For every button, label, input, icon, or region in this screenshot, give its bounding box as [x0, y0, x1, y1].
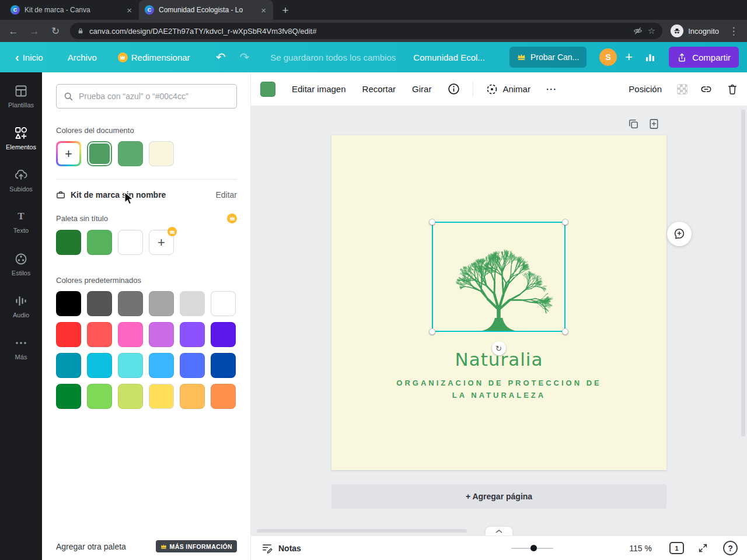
default-color-swatch[interactable]	[149, 322, 174, 347]
more-options-icon[interactable]: ⋯	[546, 82, 557, 96]
default-color-swatch[interactable]	[211, 353, 236, 378]
sidebar-item-estilos[interactable]: Estilos	[0, 243, 42, 285]
palette-color-swatch[interactable]	[87, 230, 112, 255]
sidebar-item-texto[interactable]: T Texto	[0, 201, 42, 243]
default-color-swatch[interactable]	[56, 353, 81, 378]
trash-icon[interactable]	[727, 83, 738, 95]
logo-title-text[interactable]: Naturalia	[331, 349, 666, 370]
page-indicator[interactable]: 1	[669, 542, 684, 554]
default-color-swatch[interactable]	[118, 322, 143, 347]
design-page[interactable]: ↻ Naturalia ORGANIZACION DE PROTECCION D…	[331, 135, 666, 470]
redo-icon[interactable]: ↷	[239, 51, 249, 63]
resize-handle[interactable]	[429, 219, 435, 225]
sidebar-item-plantillas[interactable]: Plantillas	[0, 75, 42, 117]
reload-icon[interactable]: ↻	[49, 26, 62, 36]
zoom-slider[interactable]	[511, 548, 553, 549]
sidebar-item-elementos[interactable]: Elementos	[0, 117, 42, 159]
notes-button[interactable]: Notas	[261, 542, 301, 554]
sidebar-item-audio[interactable]: Audio	[0, 285, 42, 327]
add-member-icon[interactable]: +	[625, 51, 633, 64]
browser-tab-brand-kit[interactable]: C Kit de marca - Canva ×	[5, 0, 139, 20]
default-color-swatch[interactable]	[180, 353, 205, 378]
close-tab-icon[interactable]: ×	[260, 5, 267, 15]
element-color-swatch[interactable]	[260, 82, 275, 97]
document-color-selected[interactable]	[87, 141, 112, 166]
browser-menu-icon[interactable]: ⋮	[727, 26, 740, 36]
home-button[interactable]: ‹ Inicio	[15, 51, 43, 63]
fullscreen-icon[interactable]	[698, 543, 708, 553]
transparency-icon[interactable]	[677, 84, 687, 94]
edit-image-button[interactable]: Editar imagen	[292, 84, 346, 94]
default-color-swatch[interactable]	[149, 384, 174, 409]
default-color-swatch[interactable]	[149, 353, 174, 378]
position-button[interactable]: Posición	[629, 84, 662, 94]
share-button[interactable]: Compartir	[669, 47, 739, 68]
default-color-swatch[interactable]	[87, 353, 112, 378]
default-color-swatch[interactable]	[118, 353, 143, 378]
eye-off-icon[interactable]	[633, 26, 643, 36]
default-color-swatch[interactable]	[118, 291, 143, 316]
rotate-button[interactable]: Girar	[412, 84, 431, 94]
add-page-icon[interactable]	[648, 118, 660, 132]
default-color-swatch[interactable]	[56, 384, 81, 409]
resize-handle[interactable]	[562, 219, 568, 225]
default-color-swatch[interactable]	[211, 291, 236, 316]
animate-button[interactable]: Animar	[486, 83, 530, 95]
file-menu-button[interactable]: Archivo	[68, 52, 97, 62]
add-comment-button[interactable]	[667, 222, 692, 246]
logo-subtitle-text[interactable]: ORGANIZACION DE PROTECCION DE LA NATURAL…	[331, 377, 666, 401]
canvas-area[interactable]: ↻ Naturalia ORGANIZACION DE PROTECCION D…	[251, 106, 747, 536]
vertical-scrollbar[interactable]	[741, 110, 745, 436]
undo-icon[interactable]: ↶	[216, 51, 226, 63]
sidebar-item-mas[interactable]: Más	[0, 327, 42, 369]
resize-handle[interactable]	[429, 328, 435, 335]
zoom-level[interactable]: 115 %	[629, 544, 652, 553]
avatar[interactable]: S	[599, 48, 617, 66]
default-color-swatch[interactable]	[180, 384, 205, 409]
default-color-swatch[interactable]	[149, 291, 174, 316]
add-palette-color-button[interactable]: +	[149, 230, 174, 255]
address-bar[interactable]: canva.com/design/DAE2Th97aTY/kdvcI_r-wXp…	[70, 23, 662, 39]
zoom-slider-thumb[interactable]	[530, 545, 537, 551]
search-input[interactable]	[79, 92, 229, 101]
default-color-swatch[interactable]	[87, 291, 112, 316]
duplicate-page-icon[interactable]	[627, 118, 640, 132]
more-info-badge[interactable]: MÁS INFORMACIÓN	[156, 540, 238, 552]
link-icon[interactable]	[700, 83, 712, 95]
document-title[interactable]: Comunidad Ecol...	[413, 52, 485, 62]
resize-button[interactable]: Redimensionar	[118, 52, 190, 62]
new-tab-button[interactable]: +	[277, 2, 294, 19]
search-box[interactable]	[56, 84, 237, 108]
sidebar-item-subidos[interactable]: Subidos	[0, 159, 42, 201]
crop-button[interactable]: Recortar	[362, 84, 396, 94]
info-icon[interactable]	[448, 83, 460, 95]
add-page-button[interactable]: + Agregar página	[331, 484, 666, 509]
back-icon[interactable]: ←	[7, 26, 20, 36]
collapse-panel-button[interactable]	[486, 527, 512, 536]
default-color-swatch[interactable]	[211, 322, 236, 347]
insights-chart-icon[interactable]	[644, 51, 656, 63]
try-canva-pro-button[interactable]: Probar Can...	[509, 47, 587, 68]
default-color-swatch[interactable]	[87, 322, 112, 347]
default-color-swatch[interactable]	[87, 384, 112, 409]
document-color-swatch[interactable]	[149, 141, 174, 166]
close-tab-icon[interactable]: ×	[125, 5, 133, 15]
edit-brand-kit-link[interactable]: Editar	[215, 190, 237, 200]
default-color-swatch[interactable]	[180, 322, 205, 347]
bookmark-star-icon[interactable]: ☆	[648, 26, 655, 36]
selection-box[interactable]: ↻	[432, 222, 566, 332]
palette-color-swatch[interactable]	[118, 230, 143, 255]
default-color-swatch[interactable]	[56, 291, 81, 316]
palette-color-swatch[interactable]	[56, 230, 81, 255]
forward-icon[interactable]: →	[28, 26, 41, 36]
add-another-palette-link[interactable]: Agregar otra paleta	[56, 542, 126, 551]
default-color-swatch[interactable]	[118, 384, 143, 409]
browser-tab-comunidad-ecologista[interactable]: C Comunidad Ecologista - Lo ×	[139, 0, 273, 20]
horizontal-scrollbar[interactable]	[257, 529, 467, 533]
add-color-button[interactable]: +	[56, 141, 81, 166]
document-color-swatch[interactable]	[118, 141, 143, 166]
default-color-swatch[interactable]	[56, 322, 81, 347]
default-color-swatch[interactable]	[180, 291, 205, 316]
default-color-swatch[interactable]	[211, 384, 236, 409]
help-button[interactable]: ?	[723, 541, 738, 555]
